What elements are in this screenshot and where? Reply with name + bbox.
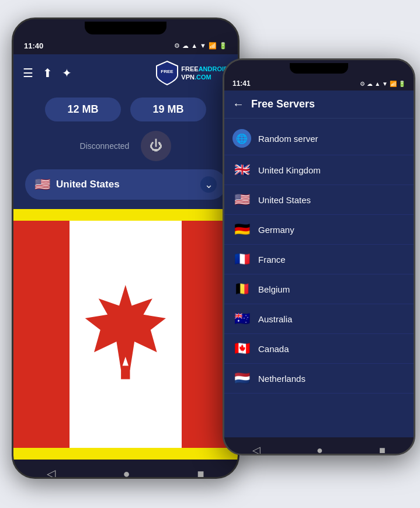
server-item-nl[interactable]: 🇳🇱 Netherlands bbox=[224, 364, 414, 394]
country-name: United States bbox=[56, 179, 200, 190]
server-name-ca: Canada bbox=[258, 344, 289, 354]
data-stats: 12 MB 19 MB bbox=[13, 92, 238, 127]
flag-ca-icon: 🇨🇦 bbox=[232, 341, 251, 356]
canada-flag bbox=[13, 221, 238, 448]
flag-fr-icon: 🇫🇷 bbox=[232, 252, 251, 267]
flag-us-icon: 🇺🇸 bbox=[232, 192, 251, 207]
logo-text: FREEANDROID VPN.COM bbox=[181, 65, 228, 82]
servers-header: ← Free Servers bbox=[224, 91, 414, 119]
country-selector[interactable]: 🇺🇸 United States ⌄ bbox=[25, 169, 226, 200]
nav-back-button[interactable]: ◁ bbox=[47, 467, 55, 479]
server-name-fr: France bbox=[258, 255, 286, 265]
phone2-status-icons: ⚙☁▲▼📶🔋 bbox=[360, 81, 405, 87]
server-item-us[interactable]: 🇺🇸 United States bbox=[224, 185, 414, 215]
nav-home-button[interactable]: ● bbox=[123, 467, 130, 479]
phone2-notch bbox=[290, 63, 348, 74]
server-item-de[interactable]: 🇩🇪 Germany bbox=[224, 215, 414, 245]
flag-nl-icon: 🇳🇱 bbox=[232, 371, 251, 386]
star-icon[interactable]: ✦ bbox=[62, 66, 72, 80]
server-item-fr[interactable]: 🇫🇷 France bbox=[224, 245, 414, 274]
server-name-us: United States bbox=[258, 195, 311, 205]
phone2-nav-bar: ◁ ● ■ bbox=[224, 437, 414, 455]
share-icon[interactable]: ⬆ bbox=[43, 66, 53, 80]
flag-be-icon: 🇧🇪 bbox=[232, 281, 251, 297]
phone1-time: 11:40 bbox=[24, 41, 43, 50]
flag-uk-icon: 🇬🇧 bbox=[232, 162, 251, 178]
phone2-time: 11:41 bbox=[232, 79, 251, 88]
server-item-be[interactable]: 🇧🇪 Belgium bbox=[224, 274, 414, 304]
server-item-ca[interactable]: 🇨🇦 Canada bbox=[224, 334, 414, 364]
connection-status: Disconnected bbox=[80, 141, 130, 151]
svg-rect-1 bbox=[121, 366, 130, 379]
shield-icon: FREE bbox=[155, 60, 179, 86]
svg-text:FREE: FREE bbox=[161, 69, 174, 74]
yellow-bar-top bbox=[13, 209, 238, 221]
phone2-nav-recent-button[interactable]: ■ bbox=[379, 444, 386, 456]
canada-flag-left-red bbox=[13, 221, 70, 448]
canada-flag-center bbox=[70, 221, 182, 448]
server-item-random[interactable]: 🌐 Random server bbox=[224, 122, 414, 155]
server-name-random: Random server bbox=[258, 134, 318, 144]
globe-icon: 🌐 bbox=[232, 129, 251, 148]
phone1-status-bar: 11:40 ⚙☁▲▼📶🔋 bbox=[13, 37, 238, 54]
power-icon: ⏻ bbox=[150, 138, 162, 154]
app-toolbar: ☰ ⬆ ✦ FREE FREEANDROID VPN.COM bbox=[13, 54, 238, 92]
power-button[interactable]: ⏻ bbox=[141, 131, 171, 161]
flag-au-icon: 🇦🇺 bbox=[232, 311, 251, 326]
canada-flag-wrapper bbox=[13, 209, 238, 460]
notch-cutout bbox=[85, 22, 166, 34]
phone2-device: 11:41 ⚙☁▲▼📶🔋 ← Free Servers 🌐 Random ser… bbox=[223, 58, 415, 455]
app-logo: FREE FREEANDROID VPN.COM bbox=[155, 60, 228, 86]
nav-recent-button[interactable]: ■ bbox=[197, 467, 204, 479]
server-item-au[interactable]: 🇦🇺 Australia bbox=[224, 304, 414, 334]
back-arrow-icon[interactable]: ← bbox=[232, 98, 244, 111]
phone2-nav-home-button[interactable]: ● bbox=[317, 444, 323, 456]
phone1-notch bbox=[13, 19, 238, 37]
maple-leaf-icon bbox=[81, 243, 171, 425]
phone2-nav-back-button[interactable]: ◁ bbox=[252, 444, 261, 455]
disconnect-row: Disconnected ⏻ bbox=[13, 127, 238, 169]
phone2-status-bar: 11:41 ⚙☁▲▼📶🔋 bbox=[224, 76, 414, 91]
download-stat: 12 MB bbox=[45, 98, 121, 121]
server-name-nl: Netherlands bbox=[258, 374, 306, 384]
servers-list: 🌐 Random server 🇬🇧 United Kingdom 🇺🇸 Uni… bbox=[224, 119, 414, 437]
country-flag: 🇺🇸 bbox=[34, 177, 50, 192]
servers-title: Free Servers bbox=[251, 98, 315, 110]
phone1-status-icons: ⚙☁▲▼📶🔋 bbox=[174, 42, 227, 50]
phone1-nav-bar: ◁ ● ■ bbox=[13, 460, 238, 479]
server-name-uk: United Kingdom bbox=[258, 165, 321, 175]
phone1-content: ☰ ⬆ ✦ FREE FREEANDROID VPN.COM 12 MB 19 … bbox=[13, 54, 238, 460]
chevron-down-icon: ⌄ bbox=[200, 176, 217, 193]
phone2-content: ← Free Servers 🌐 Random server 🇬🇧 United… bbox=[224, 91, 414, 437]
upload-stat: 19 MB bbox=[130, 98, 206, 121]
server-item-uk[interactable]: 🇬🇧 United Kingdom bbox=[224, 155, 414, 185]
menu-icon[interactable]: ☰ bbox=[23, 66, 33, 80]
phone1-device: 11:40 ⚙☁▲▼📶🔋 ☰ ⬆ ✦ FREE FREEANDROID VPN.… bbox=[12, 18, 239, 479]
flag-de-icon: 🇩🇪 bbox=[232, 222, 251, 237]
server-name-be: Belgium bbox=[258, 284, 290, 294]
server-name-de: Germany bbox=[258, 225, 294, 235]
server-name-au: Australia bbox=[258, 314, 292, 324]
yellow-bar-bottom bbox=[13, 448, 238, 460]
phone2-top bbox=[224, 60, 414, 76]
